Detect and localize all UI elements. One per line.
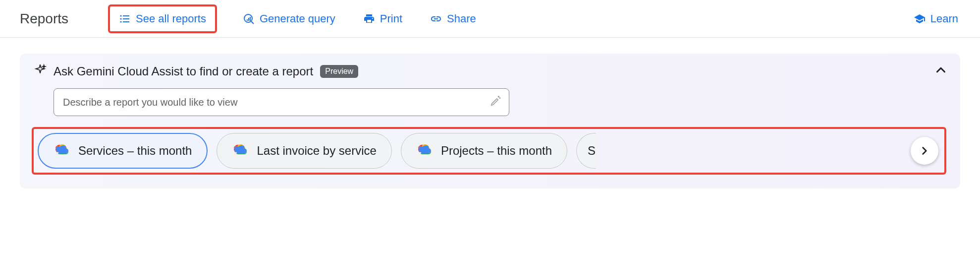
svg-rect-3 (123, 15, 129, 16)
svg-point-2 (120, 21, 121, 22)
generate-query-button[interactable]: Generate query (241, 9, 337, 28)
scroll-right-button[interactable] (911, 137, 938, 165)
preview-badge: Preview (320, 65, 358, 78)
chip-last-invoice-by-service[interactable]: Last invoice by service (217, 133, 391, 169)
report-description-input[interactable] (62, 96, 490, 109)
print-label: Print (380, 12, 402, 25)
svg-point-0 (120, 15, 121, 16)
google-cloud-icon (232, 141, 248, 160)
list-icon (119, 13, 131, 25)
learn-button[interactable]: Learn (912, 9, 960, 28)
print-button[interactable]: Print (361, 9, 404, 28)
highlight-see-all-reports: See all reports (108, 4, 217, 33)
printer-icon (363, 13, 375, 25)
query-icon (243, 13, 255, 25)
see-all-reports-label: See all reports (136, 12, 206, 25)
collapse-button[interactable] (933, 63, 948, 79)
chip-label: Last invoice by service (257, 144, 376, 158)
svg-line-7 (251, 21, 254, 24)
google-cloud-icon (416, 141, 432, 160)
toolbar-actions: See all reports Generate query (108, 4, 960, 33)
svg-point-1 (120, 18, 121, 19)
chevron-right-icon (918, 144, 931, 157)
svg-rect-10 (250, 17, 251, 21)
generate-query-label: Generate query (260, 12, 335, 25)
chip-peek-label: S (588, 144, 596, 158)
sparkle-icon (34, 63, 47, 79)
link-icon (430, 13, 442, 25)
see-all-reports-button[interactable]: See all reports (117, 9, 208, 28)
graduation-cap-icon (914, 13, 926, 25)
svg-rect-9 (248, 18, 249, 21)
magic-edit-icon (490, 96, 501, 109)
gemini-title: Ask Gemini Cloud Assist to find or creat… (54, 64, 313, 78)
svg-rect-8 (247, 19, 248, 21)
top-bar: Reports See all reports (0, 0, 980, 38)
chevron-up-icon (933, 63, 948, 77)
gemini-assist-card: Ask Gemini Cloud Assist to find or creat… (20, 54, 960, 189)
share-button[interactable]: Share (428, 9, 478, 28)
chip-overflow-peek[interactable]: S (576, 133, 596, 169)
svg-rect-4 (123, 18, 129, 19)
gemini-header: Ask Gemini Cloud Assist to find or creat… (34, 63, 946, 79)
learn-label: Learn (930, 12, 958, 25)
svg-rect-5 (123, 21, 129, 22)
chip-services-this-month[interactable]: Services – this month (38, 133, 208, 169)
chip-projects-this-month[interactable]: Projects – this month (401, 133, 567, 169)
report-input-wrap[interactable] (54, 88, 509, 116)
suggestion-chips-row: Services – this month Last invoice by se… (32, 127, 946, 175)
share-label: Share (447, 12, 476, 25)
page-title: Reports (20, 11, 68, 27)
chip-label: Projects – this month (441, 144, 552, 158)
chip-label: Services – this month (78, 144, 192, 158)
google-cloud-icon (54, 141, 69, 160)
